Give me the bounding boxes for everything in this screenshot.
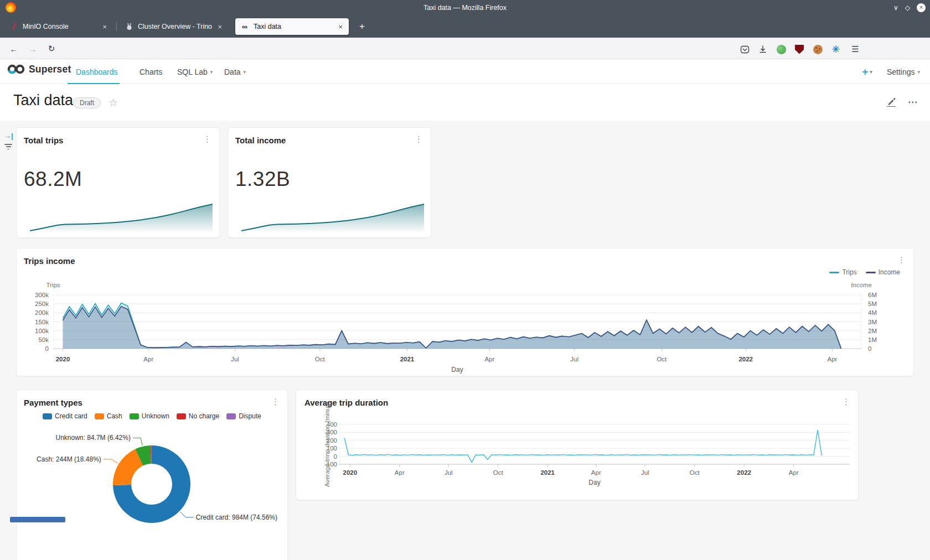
tab-minio-console[interactable]: MinIO Console × (4, 18, 113, 35)
legend-item[interactable]: Cash (95, 412, 122, 420)
card-menu-kebab-icon[interactable]: ⋮ (203, 134, 211, 144)
legend-item[interactable]: Unknown (130, 412, 169, 420)
window-close-icon[interactable]: × (917, 3, 926, 12)
extension-green-icon[interactable] (774, 42, 788, 56)
tab-label: MinIO Console (23, 23, 97, 30)
axis-tick-label: Jul (641, 469, 649, 476)
add-new-button[interactable]: +▾ (862, 66, 872, 78)
superset-brand[interactable]: Superset (7, 63, 71, 75)
new-tab-button[interactable]: + (354, 19, 370, 34)
legend-item[interactable]: Credit card (43, 412, 87, 420)
axis-tick-label: Apr (143, 356, 153, 362)
axis-tick-label: 3M (868, 319, 877, 325)
minio-favicon-icon (9, 22, 18, 31)
legend-swatch (95, 413, 104, 419)
legend-item[interactable]: Income (866, 268, 900, 276)
cookie-extension-icon[interactable] (810, 42, 825, 56)
firefox-logo-icon (6, 2, 16, 13)
filter-icon[interactable] (4, 144, 13, 149)
trino-favicon-icon (125, 22, 133, 31)
axis-tick-label: 2021 (540, 469, 555, 476)
pie-callout-label: Unknown: 84.7M (6.42%) (56, 434, 131, 442)
draft-status-badge: Draft (73, 97, 101, 108)
chevron-down-icon: ▾ (210, 69, 213, 75)
download-icon[interactable] (756, 42, 770, 56)
total-income-sparkline[interactable] (241, 201, 424, 233)
legend-item[interactable]: Trips (829, 268, 856, 276)
nav-charts[interactable]: Charts (140, 59, 162, 84)
axis-tick-label: 2022 (737, 469, 751, 476)
nav-sql-lab[interactable]: SQL Lab▾ (177, 59, 213, 84)
card-title: Total income (235, 136, 286, 145)
card-title: Average trip duration (304, 398, 388, 407)
card-menu-kebab-icon[interactable]: ⋮ (415, 134, 423, 144)
window-minimize-icon[interactable]: ∨ (893, 4, 898, 12)
dashboard-more-menu-icon[interactable]: ⋯ (908, 96, 918, 108)
card-menu-kebab-icon[interactable]: ⋮ (842, 397, 850, 407)
tab-taxi-data[interactable]: ∞ Taxi data × (235, 18, 349, 35)
legend-swatch (226, 413, 236, 419)
dashboard-title: Taxi data (13, 92, 73, 109)
card-menu-kebab-icon[interactable]: ⋮ (897, 255, 906, 265)
axis-tick-label: 2022 (738, 356, 753, 362)
window-titlebar: Taxi data — Mozilla Firefox ∨ ◇ × (0, 0, 930, 15)
avg-trip-duration-card: Average trip duration ⋮ Average trinp du… (296, 390, 859, 500)
edit-dashboard-icon[interactable] (887, 97, 896, 107)
window-title: Taxi data — Mozilla Firefox (0, 4, 930, 12)
legend-swatch (43, 413, 52, 419)
brand-name: Superset (29, 64, 71, 75)
total-trips-sparkline[interactable] (30, 201, 213, 233)
card-menu-kebab-icon[interactable]: ⋮ (271, 397, 280, 407)
axis-tick-label: Apr (827, 356, 837, 362)
axis-tick-label: Oct (315, 356, 325, 362)
axis-tick-label: 2M (868, 328, 877, 334)
trips-income-card: Trips income ⋮ TripsIncome Trips Income … (16, 248, 914, 376)
ublock-origin-icon[interactable] (792, 42, 807, 56)
legend-item[interactable]: Dispute (226, 412, 261, 420)
tab-close-icon[interactable]: × (216, 23, 223, 31)
payment-types-legend[interactable]: Credit cardCashUnknownNo chargeDispute (17, 412, 287, 420)
superset-logo-icon (7, 63, 25, 75)
trips-income-legend[interactable]: TripsIncome (829, 268, 900, 276)
tab-trino[interactable]: Cluster Overview - Trino × (120, 18, 228, 35)
legend-item[interactable]: No charge (177, 412, 219, 420)
reload-button[interactable]: ↻ (44, 42, 59, 56)
settings-menu[interactable]: Settings▾ (887, 68, 920, 76)
axis-tick-label: 100k (35, 328, 49, 334)
axis-tick-label: 5M (868, 300, 877, 307)
axis-tick-label: 6M (868, 292, 877, 298)
axis-tick-label: 400 (327, 421, 337, 428)
right-axis-ticks: 01M2M3M4M5M6M (865, 292, 892, 349)
tab-close-icon[interactable]: × (337, 23, 344, 31)
card-title: Trips income (24, 256, 75, 266)
total-income-value: 1.32B (235, 168, 290, 191)
legend-swatch (177, 413, 186, 419)
axis-tick-label: 4M (868, 309, 877, 316)
window-maximize-icon[interactable]: ◇ (905, 4, 910, 12)
nav-data[interactable]: Data▾ (224, 59, 246, 84)
axis-tick-label: 1M (868, 336, 877, 343)
axis-tick-label: 250k (35, 300, 49, 307)
tab-close-icon[interactable]: × (101, 23, 108, 31)
axis-tick-label: Apr (395, 469, 405, 476)
left-axis-ticks: 050k100k150k200k250k300k (17, 292, 49, 349)
axis-tick-label: Jul (445, 469, 453, 476)
avg-trip-duration-chart[interactable] (339, 421, 850, 468)
payment-types-donut-chart[interactable]: Unknown: 84.7M (6.42%)Cash: 244M (18.48%… (17, 424, 288, 560)
extension-asterisk-icon[interactable]: ✳ (829, 42, 843, 56)
trips-income-chart[interactable] (53, 292, 861, 352)
card-title: Payment types (24, 398, 82, 407)
expand-filter-bar-icon[interactable]: →| (4, 132, 13, 140)
nav-dashboards[interactable]: Dashboards (76, 59, 118, 84)
favorite-star-icon[interactable]: ☆ (108, 96, 118, 109)
axis-tick-label: 300 (327, 429, 337, 435)
back-button[interactable]: ← (7, 42, 21, 56)
pocket-icon[interactable] (737, 42, 752, 56)
superset-favicon-icon: ∞ (240, 22, 249, 31)
x-axis-ticks: 2020AprJulOct2021AprJulOct2022Apr (53, 356, 861, 364)
axis-tick-label: 0 (45, 345, 49, 352)
tab-label: Taxi data (254, 23, 333, 30)
axis-tick-label: 2020 (56, 356, 70, 362)
hamburger-menu-icon[interactable]: ☰ (848, 42, 862, 56)
forward-button[interactable]: → (25, 42, 40, 56)
